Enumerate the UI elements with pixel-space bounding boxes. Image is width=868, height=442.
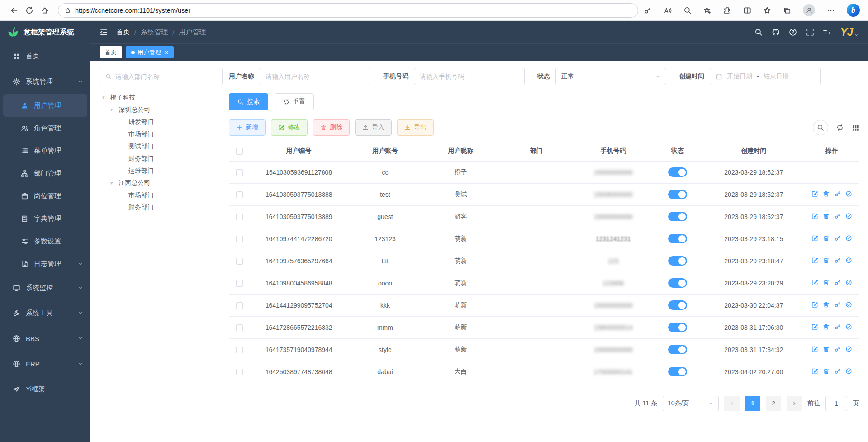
page-number-1[interactable]: 1	[745, 396, 760, 411]
delete-row-icon[interactable]	[823, 190, 830, 197]
edit-row-icon[interactable]	[811, 257, 818, 264]
github-icon[interactable]	[772, 28, 780, 36]
assign-role-icon[interactable]	[845, 301, 852, 308]
extensions-icon[interactable]	[723, 6, 731, 14]
status-toggle[interactable]	[668, 367, 687, 376]
sidebar-item-monitor[interactable]: 系统监控	[0, 275, 90, 300]
tab-home[interactable]: 首页	[100, 46, 122, 58]
tree-node[interactable]: 研发部门	[100, 116, 223, 128]
browser-back-icon[interactable]	[6, 3, 22, 18]
select-all-checkbox[interactable]	[236, 148, 243, 155]
phone-input[interactable]	[414, 68, 525, 85]
reset-password-icon[interactable]	[834, 257, 841, 264]
status-toggle[interactable]	[668, 212, 687, 221]
delete-row-icon[interactable]	[823, 279, 830, 286]
status-toggle[interactable]	[668, 256, 687, 266]
row-checkbox[interactable]	[236, 169, 243, 176]
delete-row-icon[interactable]	[823, 368, 830, 375]
status-toggle[interactable]	[668, 300, 687, 310]
delete-row-icon[interactable]	[823, 323, 830, 330]
browser-menu-icon[interactable]	[827, 6, 835, 14]
search-icon[interactable]	[754, 28, 763, 36]
read-aloud-icon[interactable]	[664, 6, 672, 14]
font-size-icon[interactable]: TT	[823, 28, 831, 36]
sidebar-item-role[interactable]: 角色管理	[0, 117, 90, 139]
edit-row-icon[interactable]	[811, 213, 818, 219]
sidebar-item-user[interactable]: 用户管理	[3, 94, 87, 117]
sidebar-item-log[interactable]: 日志管理	[0, 252, 90, 275]
add-button[interactable]: 新增	[229, 119, 266, 136]
edit-row-icon[interactable]	[811, 368, 818, 375]
assign-role-icon[interactable]	[845, 279, 852, 286]
sidebar-item-tool[interactable]: 系统工具	[0, 300, 90, 326]
caret-down-icon[interactable]: ▾	[110, 180, 119, 186]
tree-node[interactable]: 财务部门	[100, 201, 223, 214]
caret-down-icon[interactable]: ▾	[110, 107, 119, 113]
tree-node[interactable]: 市场部门	[100, 189, 223, 201]
sidebar-collapse-icon[interactable]	[100, 28, 108, 37]
reset-password-icon[interactable]	[834, 301, 841, 308]
assign-role-icon[interactable]	[845, 257, 852, 264]
assign-role-icon[interactable]	[845, 323, 852, 330]
collections-icon[interactable]	[783, 6, 791, 14]
tree-node[interactable]: 测试部门	[100, 140, 223, 152]
sidebar-item-dict[interactable]: 字典管理	[0, 207, 90, 230]
breadcrumb-item[interactable]: 首页	[116, 28, 130, 37]
reset-password-icon[interactable]	[834, 323, 841, 330]
row-checkbox[interactable]	[236, 280, 243, 287]
table-refresh-icon[interactable]	[836, 124, 844, 131]
edit-row-icon[interactable]	[811, 190, 818, 197]
tree-node[interactable]: ▾江西总公司	[100, 177, 223, 189]
table-search-icon[interactable]	[813, 120, 828, 135]
column-settings-icon[interactable]	[852, 124, 859, 131]
favorites-icon[interactable]	[763, 6, 771, 14]
reset-button[interactable]: 重置	[275, 93, 314, 110]
sidebar-item-dept[interactable]: 部门管理	[0, 162, 90, 185]
password-key-icon[interactable]	[644, 6, 652, 14]
edit-row-icon[interactable]	[811, 279, 818, 286]
add-favorite-icon[interactable]	[703, 6, 711, 14]
edit-row-icon[interactable]	[811, 301, 818, 308]
next-page-button[interactable]	[787, 396, 802, 411]
delete-row-icon[interactable]	[823, 257, 830, 264]
profile-avatar[interactable]	[803, 4, 815, 16]
tree-node[interactable]: ▾橙子科技	[100, 91, 223, 104]
dept-search-box[interactable]	[100, 68, 223, 85]
row-checkbox[interactable]	[236, 369, 243, 375]
split-screen-icon[interactable]	[743, 6, 751, 14]
sidebar-item-home[interactable]: 首页	[0, 43, 90, 69]
status-toggle[interactable]	[668, 190, 687, 199]
reset-password-icon[interactable]	[834, 346, 841, 352]
reset-password-icon[interactable]	[834, 368, 841, 375]
tree-node[interactable]: 财务部门	[100, 152, 223, 165]
reset-password-icon[interactable]	[834, 235, 841, 242]
fullscreen-icon[interactable]	[806, 28, 814, 36]
assign-role-icon[interactable]	[845, 213, 852, 219]
reset-password-icon[interactable]	[834, 213, 841, 219]
caret-down-icon[interactable]: ▾	[102, 95, 110, 100]
row-checkbox[interactable]	[236, 324, 243, 331]
export-button[interactable]: 导出	[397, 119, 434, 136]
date-range-picker[interactable]: 开始日期 - 结束日期	[710, 68, 821, 85]
address-bar[interactable]: https://ccnetcore.com:1101/system/user	[58, 3, 638, 18]
edit-row-icon[interactable]	[811, 235, 818, 242]
copilot-icon[interactable]: b	[847, 4, 860, 17]
goto-page-input[interactable]	[825, 396, 847, 411]
zoom-out-icon[interactable]	[683, 6, 692, 14]
status-toggle[interactable]	[668, 345, 687, 354]
edit-row-icon[interactable]	[811, 323, 818, 330]
page-number-2[interactable]: 2	[766, 396, 781, 411]
row-checkbox[interactable]	[236, 302, 243, 309]
sidebar-item-system[interactable]: 系统管理	[0, 69, 90, 94]
browser-home-icon[interactable]	[37, 3, 52, 18]
page-size-select[interactable]: 10条/页	[663, 396, 719, 411]
dept-search-input[interactable]	[115, 73, 217, 80]
status-toggle[interactable]	[668, 234, 687, 243]
delete-row-icon[interactable]	[823, 301, 830, 308]
sidebar-item-menu[interactable]: 菜单管理	[0, 139, 90, 162]
delete-button[interactable]: 删除	[313, 119, 350, 136]
status-select[interactable]: 正常	[555, 68, 666, 85]
sidebar-item-erp[interactable]: ERP	[0, 351, 90, 376]
status-toggle[interactable]	[668, 167, 687, 177]
breadcrumb-item[interactable]: 系统管理	[141, 28, 168, 37]
